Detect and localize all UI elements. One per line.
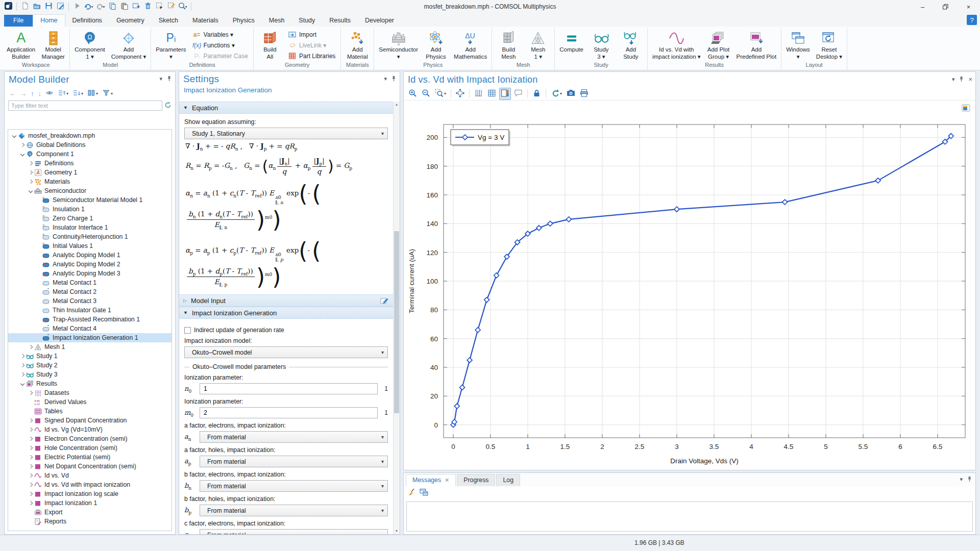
- component-button[interactable]: ΩComponent 1 ▾: [72, 29, 107, 61]
- tree-item[interactable]: AGeometry 1: [8, 168, 172, 177]
- expand-chevron-icon[interactable]: [27, 492, 34, 495]
- expand-chevron-icon[interactable]: [27, 428, 34, 431]
- section-equation[interactable]: ▼ Equation: [179, 102, 393, 114]
- expand-chevron-icon[interactable]: [27, 437, 34, 440]
- pin-icon[interactable]: [166, 76, 172, 82]
- panel-menu-icon[interactable]: ▾: [384, 76, 387, 82]
- addphysics-button[interactable]: Add Physics: [422, 29, 450, 61]
- ribbon-tab-materials[interactable]: Materials: [185, 15, 226, 27]
- cn-select[interactable]: From material▾: [200, 529, 388, 534]
- buildall-button[interactable]: Build All: [256, 29, 284, 61]
- tree-item[interactable]: *Metal Contact 2: [8, 287, 172, 296]
- tree-item[interactable]: Study 3: [8, 370, 172, 379]
- tree-item[interactable]: *Impact Ionization 1: [8, 498, 172, 508]
- tree-item[interactable]: Thin Insulator Gate 1: [8, 306, 172, 315]
- zoom-box-button[interactable]: ▾: [433, 88, 448, 100]
- tree-item[interactable]: Reports: [8, 517, 172, 526]
- addstudy-button[interactable]: Add Study: [617, 29, 645, 61]
- select-draw-button[interactable]: [166, 2, 176, 12]
- appbuilder-button[interactable]: AApplication Builder: [4, 29, 38, 61]
- tree-item[interactable]: Analytic Doping Model 2: [8, 260, 172, 269]
- tree-item[interactable]: Impact Ionization log scale: [8, 489, 172, 498]
- ribbon-tab-developer[interactable]: Developer: [358, 15, 401, 27]
- collapse-chevron-icon[interactable]: [10, 134, 18, 137]
- modelmanager-button[interactable]: Model Manager: [39, 29, 67, 61]
- expand-chevron-icon[interactable]: [18, 143, 26, 146]
- panel-menu-icon[interactable]: ▾: [960, 476, 963, 483]
- edit-model-input-icon[interactable]: [380, 296, 389, 307]
- grid-button[interactable]: [486, 88, 498, 100]
- tree-filter-input[interactable]: [8, 101, 162, 111]
- tree-item[interactable]: *Electric Potential (semi): [8, 453, 172, 462]
- m0-input[interactable]: [200, 407, 378, 418]
- zoom-in-button[interactable]: [407, 88, 419, 100]
- tree-item[interactable]: DInitial Values 1: [8, 241, 172, 251]
- list-down-button[interactable]: ▾: [71, 88, 85, 99]
- indirect-update-checkbox[interactable]: [184, 327, 191, 334]
- zoom-out-button[interactable]: [420, 88, 432, 100]
- close-button[interactable]: ×: [957, 0, 980, 13]
- clear-messages-icon[interactable]: [408, 488, 415, 497]
- duplicate-window-button[interactable]: [131, 2, 141, 12]
- collapse-chevron-icon[interactable]: [27, 189, 34, 192]
- ribbon-tab-geometry[interactable]: Geometry: [109, 15, 152, 27]
- tree-item[interactable]: DInsulator Interface 1: [8, 223, 172, 232]
- tree-item[interactable]: Id vs. Vd: [8, 471, 172, 480]
- tree-item[interactable]: *Metal Contact 4: [8, 324, 172, 333]
- refresh-icon[interactable]: [164, 102, 172, 110]
- tree-item[interactable]: ΩComponent 1: [8, 149, 172, 159]
- open-file-button[interactable]: [32, 2, 42, 12]
- minimize-button[interactable]: –: [911, 0, 934, 13]
- save-as-button[interactable]: [55, 2, 65, 12]
- tree-item[interactable]: Analytic Doping Model 1: [8, 251, 172, 260]
- buildmesh-button[interactable]: Build Mesh: [494, 29, 523, 61]
- select-box-button[interactable]: [154, 2, 164, 12]
- partlib-button[interactable]: Part Libraries: [285, 51, 338, 61]
- tree-item[interactable]: *Hole Concentration (semi): [8, 443, 172, 453]
- zoom-extents-button[interactable]: [454, 88, 466, 100]
- tree-item[interactable]: Id vs. Vd with impact ionization: [8, 480, 172, 489]
- importicon-button[interactable]: Import: [285, 29, 338, 40]
- tree-item[interactable]: Export: [8, 508, 172, 517]
- ribbon-tab-mesh[interactable]: Mesh: [262, 15, 292, 27]
- addpredefplot-button[interactable]: Add Predefined Plot: [734, 29, 779, 61]
- study-button[interactable]: Study 3 ▾: [587, 29, 616, 61]
- expand-chevron-icon[interactable]: [27, 465, 34, 468]
- equation-assumption-select[interactable]: Study 1, Stationary ▾: [184, 128, 388, 139]
- columns-button[interactable]: ▾: [86, 88, 100, 99]
- tree-item[interactable]: *Net Dopant Concentration (semi): [8, 462, 172, 471]
- arrow-down-button[interactable]: ↓: [37, 89, 43, 98]
- panel-menu-icon[interactable]: ▾: [159, 76, 162, 82]
- tab-messages[interactable]: Messages✕: [406, 474, 456, 486]
- run-button[interactable]: [72, 2, 82, 12]
- paramcase-button[interactable]: PiParameter Case: [190, 51, 251, 61]
- ribbon-tab-sketch[interactable]: Sketch: [152, 15, 185, 27]
- close-tab-icon[interactable]: ✕: [445, 477, 449, 484]
- list-up-button[interactable]: ▾: [56, 88, 70, 99]
- show-eye-button[interactable]: [44, 88, 55, 99]
- paste-button[interactable]: [119, 2, 129, 12]
- bn-select[interactable]: From material▾: [200, 480, 388, 492]
- pin-icon[interactable]: [967, 476, 972, 483]
- livelink-button[interactable]: LiveLink ▾: [285, 40, 338, 51]
- semiconductor-button[interactable]: MePPNSemiconductor ▾: [376, 29, 421, 61]
- tree-item[interactable]: Metal Contact 3: [8, 296, 172, 306]
- tree-item[interactable]: MeSemiconductor: [8, 186, 172, 195]
- expand-chevron-icon[interactable]: [18, 373, 26, 376]
- legend-toggle-button[interactable]: [499, 88, 511, 100]
- windows-button[interactable]: Windows ▾: [783, 29, 813, 61]
- sine-button[interactable]: Id vs. Vd with impact ionization ▾: [650, 29, 703, 61]
- scroll-up-icon[interactable]: ▲: [394, 102, 400, 108]
- plot-area[interactable]: 00.511.522.533.544.555.566.5020406080100…: [404, 101, 975, 470]
- open-in-table-icon[interactable]: [420, 488, 428, 497]
- arrow-right-button[interactable]: →: [18, 89, 28, 98]
- pin-icon[interactable]: [959, 76, 964, 83]
- ap-select[interactable]: From material▾: [200, 456, 388, 467]
- ribbon-tab-study[interactable]: Study: [291, 15, 322, 27]
- arrow-up-button[interactable]: ↑: [29, 89, 36, 98]
- addmaterial-button[interactable]: Add Material: [343, 29, 372, 61]
- tab-log[interactable]: Log: [496, 474, 520, 486]
- n0-input[interactable]: [200, 383, 378, 394]
- addcomponent-button[interactable]: Add Component ▾: [109, 29, 149, 61]
- settings-scrollbar[interactable]: ▲ ▼: [393, 102, 400, 534]
